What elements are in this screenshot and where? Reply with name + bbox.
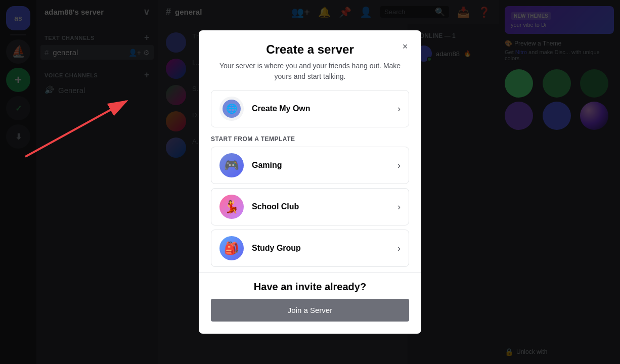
chevron-right-icon: › [397,160,401,171]
create-own-label: Create My Own [252,104,389,113]
chevron-right-icon: › [397,104,401,114]
template-gaming-button[interactable]: 🎮 Gaming › [211,147,409,184]
gaming-label: Gaming [252,161,389,170]
modal-header: Create a server Your server is where you… [199,30,421,82]
template-school-club-button[interactable]: 💃 School Club › [211,188,409,225]
svg-text:🌐: 🌐 [226,103,238,114]
footer-title: Have an invite already? [211,281,409,293]
modal-title: Create a server [211,42,409,57]
chevron-right-icon: › [397,202,401,212]
school-club-label: School Club [252,202,389,211]
chevron-right-icon: › [397,243,401,254]
study-group-icon: 🎒 [219,236,244,260]
school-club-icon: 💃 [219,195,244,219]
modal-footer: Have an invite already? Join a Server [199,272,421,334]
gaming-icon: 🎮 [219,153,244,177]
template-study-group-button[interactable]: 🎒 Study Group › [211,230,409,267]
modal-close-button[interactable]: × [397,38,413,55]
study-group-label: Study Group [252,244,389,253]
create-my-own-button[interactable]: 🌐 Create My Own › [211,90,409,127]
create-server-modal: Create a server Your server is where you… [199,30,421,334]
modal-subtitle: Your server is where you and your friend… [211,61,409,82]
modal-overlay: Create a server Your server is where you… [0,0,620,364]
create-own-icon: 🌐 [219,97,244,121]
close-icon: × [403,41,408,52]
modal-body: 🌐 Create My Own › START FROM A TEMPLATE … [199,82,421,268]
join-server-button[interactable]: Join a Server [211,299,409,322]
template-section-label: START FROM A TEMPLATE [211,135,409,143]
